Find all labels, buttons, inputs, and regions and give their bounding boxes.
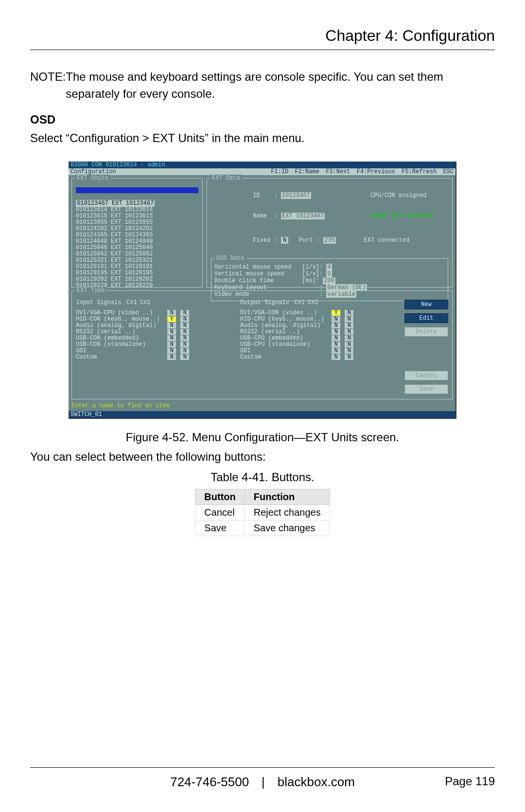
osd-screenshot: 03000 CON 010123614 - admin Configuratio… [69,162,456,419]
note-body: The mouse and keyboard settings are cons… [66,69,495,103]
new-button[interactable]: New [404,300,448,309]
buttons-table-r1c2: Reject changes [245,505,330,521]
fkey-f2[interactable]: F2:Name [295,168,319,175]
fixed-label: Fixed [253,237,270,244]
edit-button[interactable]: Edit [404,313,448,323]
id-label: ID [253,192,260,199]
buttons-table-r2c2: Save changes [245,521,330,536]
fkey-f1[interactable]: F1:ID [271,168,288,175]
name-label: Name [253,213,267,219]
buttons-table-r1c1: Cancel [195,505,245,521]
ext-type-panel: EXT Type Input Signals C#1C#2DVI/VGA-CPU… [71,290,453,399]
menu-configuration[interactable]: Configuration [70,168,116,175]
signal-cell[interactable]: N [167,354,176,360]
signal-cell[interactable]: N [345,348,353,354]
signal-cell[interactable]: N [180,323,189,328]
cancel-button[interactable]: Cancel [404,371,448,380]
list-item-selected[interactable]: 010123467 EXT 10123467 [76,200,155,207]
signal-row: Custom N N [76,354,234,361]
kl-field[interactable]: German (DE) [326,284,367,291]
switch-status: SWITCH_01 [69,411,455,418]
signal-cell[interactable]: N [345,335,353,341]
signal-cell[interactable]: N [332,316,340,322]
signal-cell[interactable]: N [167,348,176,354]
signal-cell[interactable]: N [167,310,176,316]
name-field[interactable]: EXT 10123467 [281,213,325,219]
signal-cell[interactable]: N [180,335,189,341]
ext-data-panel: EXT Data ID : 10123467 CPU/CON assigned … [207,178,453,288]
signals-header: Output Signals C#1C#2 [240,300,399,306]
id-field[interactable]: 10123467 [281,192,311,199]
signal-cell[interactable]: N [167,342,176,347]
ext-units-panel[interactable]: EXT Units 010123467 EXT 1012346701012361… [71,178,203,288]
signal-cell[interactable]: N [180,310,189,316]
signal-cell[interactable]: N [345,354,353,360]
ext-type-title: EXT Type [75,287,107,294]
delete-button[interactable]: Delete [404,327,448,337]
output-signals-col: Output Signals C#1C#2DVI/VGA-CON (video … [240,300,399,394]
buttons-table-h2: Function [245,489,330,505]
signal-cell[interactable]: N [180,342,189,347]
signal-cell[interactable]: N [345,310,353,316]
signal-cell[interactable]: N [332,329,340,335]
signal-cell[interactable]: Y [332,310,340,316]
after-figure-text: You can select between the following but… [30,450,495,464]
signal-cell[interactable]: N [180,329,189,335]
footer-contact: 724-746-5500 | blackbox.com [170,775,355,790]
fkey-f5[interactable]: F5:Refresh [402,168,437,175]
signal-cell[interactable]: N [180,348,189,354]
dct-field[interactable]: 200 [323,277,335,284]
footer-rule [30,767,495,768]
signal-cell[interactable]: N [167,335,176,341]
buttons-table-h1: Button [195,489,245,505]
ext-connected-label: EXT connected [364,237,410,244]
signal-cell[interactable]: N [345,329,353,335]
ext-units-cursor[interactable] [76,187,198,193]
signal-cell[interactable]: N [332,323,340,328]
dct-unit: [ms]: [302,277,319,284]
chapter-title: Chapter 4: Configuration [30,27,495,45]
signal-cell[interactable]: N [332,335,340,341]
signal-cell[interactable]: N [167,323,176,328]
table-caption: Table 4-41. Buttons. [30,470,495,484]
vms-unit: [1/x]: [302,271,323,277]
signal-cell[interactable]: N [332,348,340,354]
kl-label: Keyboard layout [214,284,267,291]
cpucon-assigned-value: CONN TUI 0123567 [370,213,434,219]
signal-cell[interactable]: N [180,354,189,360]
figure-caption: Figure 4-52. Menu Configuration—EXT Unit… [30,431,495,444]
cpucon-assigned-label: CPU/CON assigned [370,192,426,199]
signal-cell[interactable]: N [180,316,189,322]
vms-label: Vertical mouse speed [214,271,284,277]
signal-cell[interactable]: Y [167,316,176,322]
fkey-f3[interactable]: F3:Next [326,168,350,175]
hms-unit: [1/x]: [302,264,323,271]
select-line: Select “Configuration > EXT Units” in th… [30,130,495,147]
footer-page: Page 119 [445,775,495,788]
hms-field[interactable]: 4 [326,264,332,271]
hms-label: Horizontal mouse speed [214,264,291,271]
vms-field[interactable]: 5 [326,271,332,277]
buttons-table-r2c1: Save [195,521,245,536]
ext-data-title: EXT Data [210,175,242,181]
port-field: 235 [323,237,336,244]
signal-cell[interactable]: N [345,342,353,347]
table-row: Cancel Reject changes [195,505,330,521]
signal-cell[interactable]: N [332,342,340,347]
signal-cell[interactable]: N [332,354,340,360]
table-row: Save Save changes [195,521,330,536]
fkey-f4[interactable]: F4:Previous [357,168,395,175]
signal-cell[interactable]: N [345,316,353,322]
header-rule [30,50,495,50]
osd-heading: OSD [30,111,495,128]
dct-label: Double click time [214,277,274,284]
find-prompt[interactable]: Enter a name to find an item [71,402,453,409]
signal-cell[interactable]: N [345,323,353,328]
save-button[interactable]: Save [404,384,448,394]
note-label: NOTE: [30,69,66,103]
ext-units-title: EXT Units [75,175,110,181]
signal-cell[interactable]: N [167,329,176,335]
fixed-field[interactable]: N [281,237,288,244]
osd-data-title: OSD Data [214,255,246,262]
fkey-esc[interactable]: ESC [443,168,454,175]
